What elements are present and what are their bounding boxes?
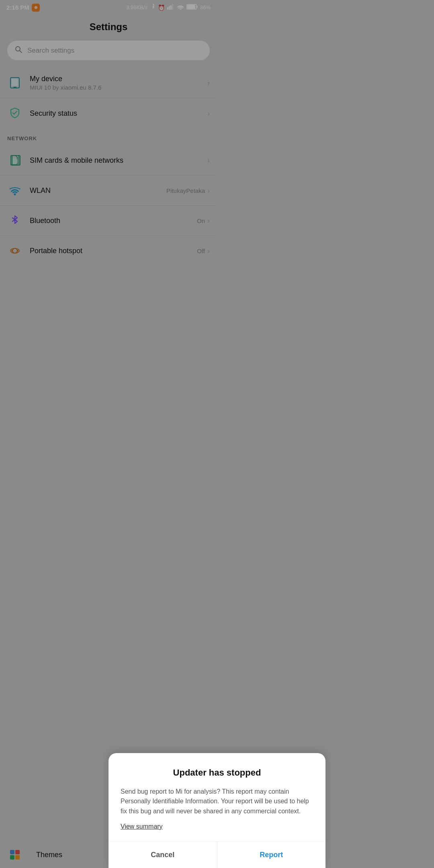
- dialog-overlay: Updater has stopped Send bug report to M…: [0, 0, 217, 434]
